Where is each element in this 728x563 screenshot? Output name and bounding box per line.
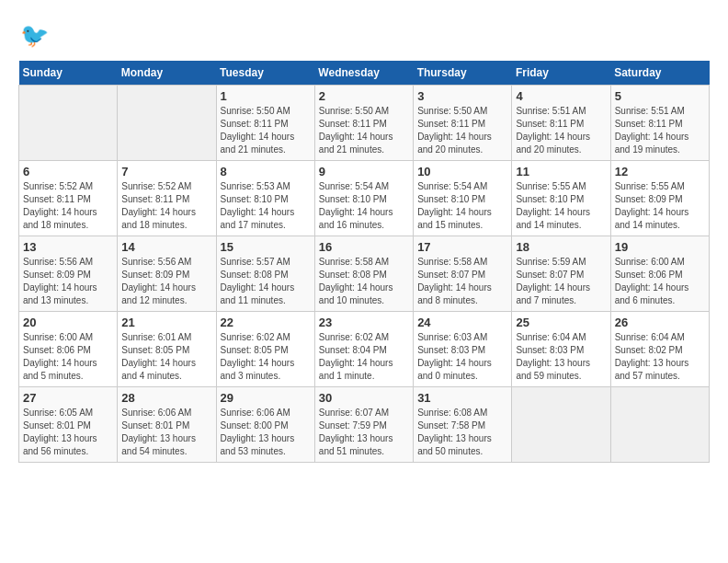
calendar-cell: 11Sunrise: 5:55 AMSunset: 8:10 PMDayligh… [512, 161, 610, 236]
calendar-cell: 7Sunrise: 5:52 AMSunset: 8:11 PMDaylight… [118, 161, 216, 236]
calendar-cell [118, 86, 216, 161]
weekday-header-saturday: Saturday [610, 61, 709, 86]
svg-text:🐦: 🐦 [20, 21, 50, 50]
day-info: Sunrise: 6:00 AMSunset: 8:06 PMDaylight:… [23, 331, 113, 383]
calendar-cell: 1Sunrise: 5:50 AMSunset: 8:11 PMDaylight… [216, 86, 314, 161]
calendar-cell: 9Sunrise: 5:54 AMSunset: 8:10 PMDaylight… [314, 161, 413, 236]
day-number: 12 [615, 165, 705, 178]
day-info: Sunrise: 5:57 AMSunset: 8:08 PMDaylight:… [221, 256, 311, 307]
day-number: 8 [221, 165, 311, 178]
weekday-header-tuesday: Tuesday [216, 61, 314, 86]
day-info: Sunrise: 5:54 AMSunset: 8:10 PMDaylight:… [319, 180, 409, 232]
day-number: 21 [121, 316, 211, 329]
calendar-cell: 6Sunrise: 5:52 AMSunset: 8:11 PMDaylight… [19, 161, 118, 236]
calendar-cell: 19Sunrise: 6:00 AMSunset: 8:06 PMDayligh… [610, 236, 709, 312]
calendar-cell: 13Sunrise: 5:56 AMSunset: 8:09 PMDayligh… [19, 236, 118, 312]
day-number: 13 [23, 240, 113, 254]
day-info: Sunrise: 6:04 AMSunset: 8:02 PMDaylight:… [615, 331, 705, 383]
calendar-cell: 25Sunrise: 6:04 AMSunset: 8:03 PMDayligh… [512, 312, 610, 387]
calendar-cell: 10Sunrise: 5:54 AMSunset: 8:10 PMDayligh… [414, 161, 512, 236]
day-info: Sunrise: 6:04 AMSunset: 8:03 PMDaylight:… [516, 331, 606, 383]
day-info: Sunrise: 5:55 AMSunset: 8:09 PMDaylight:… [615, 180, 705, 232]
calendar-cell: 3Sunrise: 5:50 AMSunset: 8:11 PMDaylight… [414, 86, 512, 161]
calendar-cell: 21Sunrise: 6:01 AMSunset: 8:05 PMDayligh… [118, 312, 216, 387]
calendar-cell: 12Sunrise: 5:55 AMSunset: 8:09 PMDayligh… [610, 161, 709, 236]
calendar-cell: 8Sunrise: 5:53 AMSunset: 8:10 PMDaylight… [216, 161, 314, 236]
calendar-cell: 14Sunrise: 5:56 AMSunset: 8:09 PMDayligh… [118, 236, 216, 312]
day-number: 23 [319, 316, 409, 329]
day-info: Sunrise: 5:59 AMSunset: 8:07 PMDaylight:… [516, 256, 606, 307]
day-number: 26 [615, 316, 705, 329]
day-info: Sunrise: 6:00 AMSunset: 8:06 PMDaylight:… [615, 256, 705, 307]
day-number: 16 [319, 240, 409, 254]
day-info: Sunrise: 5:50 AMSunset: 8:11 PMDaylight:… [319, 105, 409, 156]
weekday-header-thursday: Thursday [414, 61, 512, 86]
weekday-header-friday: Friday [512, 61, 610, 86]
day-info: Sunrise: 6:03 AMSunset: 8:03 PMDaylight:… [417, 331, 507, 383]
day-info: Sunrise: 5:54 AMSunset: 8:10 PMDaylight:… [417, 180, 507, 232]
calendar-cell: 4Sunrise: 5:51 AMSunset: 8:11 PMDaylight… [512, 86, 610, 161]
day-info: Sunrise: 6:06 AMSunset: 8:01 PMDaylight:… [121, 407, 211, 458]
day-info: Sunrise: 5:50 AMSunset: 8:11 PMDaylight:… [221, 105, 311, 156]
calendar-cell: 16Sunrise: 5:58 AMSunset: 8:08 PMDayligh… [314, 236, 413, 312]
day-info: Sunrise: 6:02 AMSunset: 8:05 PMDaylight:… [221, 331, 311, 383]
calendar-cell: 31Sunrise: 6:08 AMSunset: 7:58 PMDayligh… [414, 387, 512, 463]
calendar-cell: 20Sunrise: 6:00 AMSunset: 8:06 PMDayligh… [19, 312, 118, 387]
day-info: Sunrise: 6:08 AMSunset: 7:58 PMDaylight:… [417, 407, 507, 458]
day-number: 28 [121, 391, 211, 405]
calendar-cell [19, 86, 118, 161]
day-number: 31 [417, 391, 507, 405]
day-info: Sunrise: 5:52 AMSunset: 8:11 PMDaylight:… [121, 180, 211, 232]
day-info: Sunrise: 5:55 AMSunset: 8:10 PMDaylight:… [516, 180, 606, 232]
calendar-cell: 2Sunrise: 5:50 AMSunset: 8:11 PMDaylight… [314, 86, 413, 161]
day-number: 14 [121, 240, 211, 254]
weekday-header-sunday: Sunday [19, 61, 118, 86]
day-number: 15 [221, 240, 311, 254]
calendar-cell: 17Sunrise: 5:58 AMSunset: 8:07 PMDayligh… [414, 236, 512, 312]
weekday-header-wednesday: Wednesday [314, 61, 413, 86]
page-header: 🐦 [18, 18, 710, 52]
day-number: 24 [417, 316, 507, 329]
day-number: 18 [516, 240, 606, 254]
calendar-table: SundayMondayTuesdayWednesdayThursdayFrid… [18, 61, 710, 463]
day-number: 4 [516, 89, 606, 103]
day-number: 3 [417, 89, 507, 103]
day-info: Sunrise: 6:02 AMSunset: 8:04 PMDaylight:… [319, 331, 409, 383]
calendar-cell: 24Sunrise: 6:03 AMSunset: 8:03 PMDayligh… [414, 312, 512, 387]
calendar-cell: 26Sunrise: 6:04 AMSunset: 8:02 PMDayligh… [610, 312, 709, 387]
logo: 🐦 [18, 18, 57, 52]
day-number: 27 [23, 391, 113, 405]
day-number: 1 [221, 89, 311, 103]
day-info: Sunrise: 5:51 AMSunset: 8:11 PMDaylight:… [615, 105, 705, 156]
day-number: 29 [221, 391, 311, 405]
day-info: Sunrise: 6:07 AMSunset: 7:59 PMDaylight:… [319, 407, 409, 458]
calendar-cell: 23Sunrise: 6:02 AMSunset: 8:04 PMDayligh… [314, 312, 413, 387]
day-number: 19 [615, 240, 705, 254]
day-number: 10 [417, 165, 507, 178]
day-info: Sunrise: 5:58 AMSunset: 8:08 PMDaylight:… [319, 256, 409, 307]
calendar-cell: 28Sunrise: 6:06 AMSunset: 8:01 PMDayligh… [118, 387, 216, 463]
day-number: 9 [319, 165, 409, 178]
logo-icon: 🐦 [18, 18, 51, 52]
day-info: Sunrise: 5:52 AMSunset: 8:11 PMDaylight:… [23, 180, 113, 232]
day-number: 25 [516, 316, 606, 329]
day-info: Sunrise: 5:58 AMSunset: 8:07 PMDaylight:… [417, 256, 507, 307]
calendar-cell: 30Sunrise: 6:07 AMSunset: 7:59 PMDayligh… [314, 387, 413, 463]
day-info: Sunrise: 5:51 AMSunset: 8:11 PMDaylight:… [516, 105, 606, 156]
day-number: 5 [615, 89, 705, 103]
day-number: 11 [516, 165, 606, 178]
calendar-cell: 18Sunrise: 5:59 AMSunset: 8:07 PMDayligh… [512, 236, 610, 312]
day-info: Sunrise: 5:56 AMSunset: 8:09 PMDaylight:… [23, 256, 113, 307]
day-info: Sunrise: 6:01 AMSunset: 8:05 PMDaylight:… [121, 331, 211, 383]
day-number: 22 [221, 316, 311, 329]
day-number: 2 [319, 89, 409, 103]
day-info: Sunrise: 5:56 AMSunset: 8:09 PMDaylight:… [121, 256, 211, 307]
day-number: 17 [417, 240, 507, 254]
day-number: 7 [121, 165, 211, 178]
calendar-cell: 5Sunrise: 5:51 AMSunset: 8:11 PMDaylight… [610, 86, 709, 161]
calendar-cell: 27Sunrise: 6:05 AMSunset: 8:01 PMDayligh… [19, 387, 118, 463]
day-number: 6 [23, 165, 113, 178]
day-info: Sunrise: 6:06 AMSunset: 8:00 PMDaylight:… [221, 407, 311, 458]
calendar-cell: 22Sunrise: 6:02 AMSunset: 8:05 PMDayligh… [216, 312, 314, 387]
calendar-cell [512, 387, 610, 463]
